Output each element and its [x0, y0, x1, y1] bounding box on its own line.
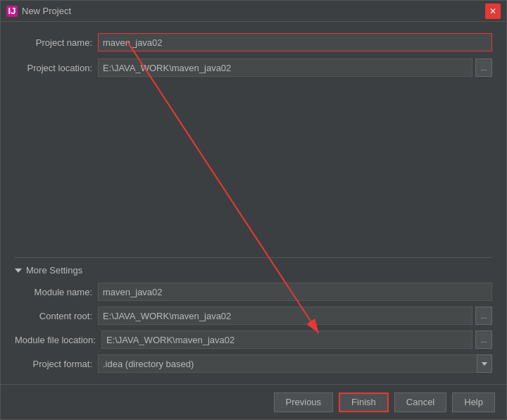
finish-button[interactable]: Finish: [339, 393, 389, 412]
content-root-row: Content root: ...: [15, 307, 492, 325]
project-name-input-wrapper: [98, 33, 492, 51]
more-settings-section: More Settings Module name: Content root:…: [15, 257, 492, 373]
project-name-label: Project name:: [15, 37, 92, 48]
content-root-browse-button[interactable]: ...: [475, 307, 492, 325]
cancel-button[interactable]: Cancel: [394, 393, 446, 412]
project-format-label: Project format:: [15, 359, 92, 369]
form-content: Project name: Project location: ... More…: [1, 22, 506, 384]
project-format-input-wrapper: .idea (directory based): [98, 354, 492, 373]
module-name-row: Module name:: [15, 283, 492, 301]
project-location-input-wrapper: ...: [98, 58, 492, 77]
content-spacer: [15, 84, 492, 250]
more-settings-label: More Settings: [26, 265, 82, 276]
module-file-location-row: Module file location: ...: [15, 331, 492, 349]
project-format-select-wrapper: .idea (directory based): [98, 354, 492, 373]
project-format-row: Project format: .idea (directory based): [15, 354, 492, 373]
module-name-label: Module name:: [15, 287, 92, 297]
module-file-location-label: Module file location:: [15, 335, 96, 345]
app-icon: IJ: [6, 6, 18, 17]
project-name-input[interactable]: [98, 33, 492, 51]
project-location-row: Project location: ...: [15, 58, 492, 77]
module-name-input[interactable]: [98, 283, 492, 301]
module-file-location-input-wrapper: ...: [101, 331, 492, 349]
close-button[interactable]: ✕: [485, 4, 501, 19]
new-project-window: IJ New Project ✕ Project name: Project l…: [0, 0, 507, 420]
project-location-label: Project location:: [15, 63, 92, 73]
more-settings-header[interactable]: More Settings: [15, 265, 492, 276]
title-bar-left: IJ New Project: [6, 6, 71, 17]
project-format-select[interactable]: .idea (directory based): [98, 354, 492, 373]
expand-triangle-icon: [15, 268, 22, 273]
module-file-location-input[interactable]: [101, 331, 472, 349]
content-root-input[interactable]: [98, 307, 472, 325]
more-settings-rows: Module name: Content root: ... Module fi…: [15, 283, 492, 373]
project-name-row: Project name:: [15, 33, 492, 51]
content-root-label: Content root:: [15, 311, 92, 321]
module-name-input-wrapper: [98, 283, 492, 301]
window-title: New Project: [22, 6, 71, 16]
module-file-location-browse-button[interactable]: ...: [475, 331, 492, 349]
button-bar: Previous Finish Cancel Help: [1, 384, 506, 419]
content-root-input-wrapper: ...: [98, 307, 492, 325]
project-location-browse-button[interactable]: ...: [475, 58, 492, 77]
previous-button[interactable]: Previous: [274, 393, 334, 412]
project-location-input[interactable]: [98, 58, 472, 77]
help-button[interactable]: Help: [452, 393, 495, 412]
title-bar: IJ New Project ✕: [1, 1, 506, 22]
